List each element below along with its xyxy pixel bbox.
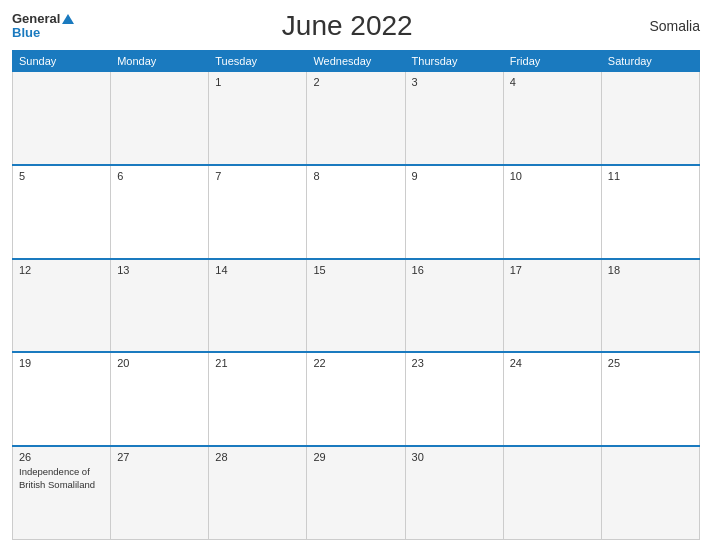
calendar-day-cell: 22 (307, 352, 405, 446)
calendar-day-cell: 12 (13, 259, 111, 353)
calendar-day-cell: 6 (111, 165, 209, 259)
calendar-day-cell: 2 (307, 72, 405, 166)
calendar-day-cell: 20 (111, 352, 209, 446)
calendar-week-row: 1234 (13, 72, 700, 166)
col-tuesday: Tuesday (209, 51, 307, 72)
col-saturday: Saturday (601, 51, 699, 72)
calendar-day-cell: 8 (307, 165, 405, 259)
col-monday: Monday (111, 51, 209, 72)
calendar-day-cell: 14 (209, 259, 307, 353)
day-number: 23 (412, 357, 497, 369)
day-number: 3 (412, 76, 497, 88)
day-number: 1 (215, 76, 300, 88)
calendar-table: Sunday Monday Tuesday Wednesday Thursday… (12, 50, 700, 540)
calendar-header: Sunday Monday Tuesday Wednesday Thursday… (13, 51, 700, 72)
day-number: 21 (215, 357, 300, 369)
calendar-day-cell: 13 (111, 259, 209, 353)
logo: General Blue (12, 12, 74, 41)
calendar-day-cell: 28 (209, 446, 307, 540)
day-number: 5 (19, 170, 104, 182)
day-number: 8 (313, 170, 398, 182)
calendar-day-cell: 30 (405, 446, 503, 540)
calendar-day-cell: 11 (601, 165, 699, 259)
calendar-day-cell (601, 72, 699, 166)
calendar-week-row: 567891011 (13, 165, 700, 259)
day-number: 30 (412, 451, 497, 463)
day-number: 9 (412, 170, 497, 182)
day-number: 4 (510, 76, 595, 88)
calendar-day-cell: 3 (405, 72, 503, 166)
day-number: 24 (510, 357, 595, 369)
day-number: 7 (215, 170, 300, 182)
day-number: 16 (412, 264, 497, 276)
calendar-day-cell: 1 (209, 72, 307, 166)
day-number: 6 (117, 170, 202, 182)
calendar-week-row: 19202122232425 (13, 352, 700, 446)
col-thursday: Thursday (405, 51, 503, 72)
calendar-body: 1234567891011121314151617181920212223242… (13, 72, 700, 540)
day-number: 11 (608, 170, 693, 182)
calendar-day-cell: 29 (307, 446, 405, 540)
calendar-day-cell: 25 (601, 352, 699, 446)
day-event: Independence of British Somaliland (19, 466, 95, 490)
calendar-day-cell: 21 (209, 352, 307, 446)
calendar-day-cell: 4 (503, 72, 601, 166)
calendar-day-cell: 19 (13, 352, 111, 446)
calendar-day-cell: 10 (503, 165, 601, 259)
calendar-day-cell: 5 (13, 165, 111, 259)
calendar-week-row: 12131415161718 (13, 259, 700, 353)
calendar-day-cell: 7 (209, 165, 307, 259)
calendar-day-cell: 9 (405, 165, 503, 259)
calendar-day-cell: 17 (503, 259, 601, 353)
calendar-day-cell (13, 72, 111, 166)
day-number: 28 (215, 451, 300, 463)
day-number: 20 (117, 357, 202, 369)
day-number: 18 (608, 264, 693, 276)
day-number: 10 (510, 170, 595, 182)
logo-general-text: General (12, 12, 60, 26)
days-of-week-row: Sunday Monday Tuesday Wednesday Thursday… (13, 51, 700, 72)
calendar-page: General Blue June 2022 Somalia Sunday Mo… (0, 0, 712, 550)
day-number: 27 (117, 451, 202, 463)
day-number: 19 (19, 357, 104, 369)
day-number: 13 (117, 264, 202, 276)
calendar-day-cell (111, 72, 209, 166)
calendar-day-cell (601, 446, 699, 540)
country-label: Somalia (620, 18, 700, 34)
day-number: 12 (19, 264, 104, 276)
logo-triangle-icon (62, 14, 74, 24)
col-sunday: Sunday (13, 51, 111, 72)
calendar-day-cell: 16 (405, 259, 503, 353)
calendar-week-row: 26Independence of British Somaliland2728… (13, 446, 700, 540)
calendar-day-cell: 15 (307, 259, 405, 353)
col-wednesday: Wednesday (307, 51, 405, 72)
day-number: 22 (313, 357, 398, 369)
day-number: 14 (215, 264, 300, 276)
day-number: 29 (313, 451, 398, 463)
logo-blue-text: Blue (12, 26, 74, 40)
calendar-day-cell: 24 (503, 352, 601, 446)
calendar-day-cell: 23 (405, 352, 503, 446)
header: General Blue June 2022 Somalia (12, 10, 700, 42)
day-number: 15 (313, 264, 398, 276)
calendar-day-cell (503, 446, 601, 540)
calendar-day-cell: 18 (601, 259, 699, 353)
day-number: 17 (510, 264, 595, 276)
calendar-day-cell: 27 (111, 446, 209, 540)
day-number: 26 (19, 451, 104, 463)
calendar-day-cell: 26Independence of British Somaliland (13, 446, 111, 540)
day-number: 2 (313, 76, 398, 88)
col-friday: Friday (503, 51, 601, 72)
calendar-title: June 2022 (74, 10, 620, 42)
day-number: 25 (608, 357, 693, 369)
